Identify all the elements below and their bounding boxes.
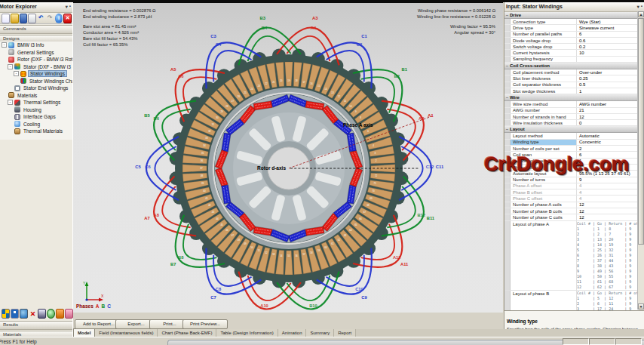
property-row[interactable]: Number of strands in hand12: [504, 114, 639, 120]
save-icon[interactable]: [20, 14, 28, 23]
results-grid-icon[interactable]: [2, 309, 10, 319]
collapse-icon[interactable]: −: [504, 127, 510, 131]
collapse-icon[interactable]: −: [504, 63, 510, 68]
property-value[interactable]: 9: [577, 177, 639, 182]
expand-collapse-icon[interactable]: -: [8, 64, 13, 69]
tree-item[interactable]: Housing: [0, 106, 72, 114]
property-row[interactable]: Coil separator thickness0.5: [504, 82, 639, 88]
print-preview-button[interactable]: Print Preview...: [182, 319, 228, 329]
property-value[interactable]: 2: [577, 146, 639, 151]
box-pink-icon[interactable]: [65, 309, 73, 319]
commands-bar[interactable]: Commands: [0, 25, 72, 34]
tree-item[interactable]: -Stator (DXF - BMW i3 Stator Tooth): [0, 63, 72, 71]
expand-collapse-icon[interactable]: -: [2, 42, 7, 48]
property-value[interactable]: 12: [577, 202, 639, 207]
property-row[interactable]: Connection typeWye (Star): [504, 19, 639, 25]
pin-icon[interactable]: ▪: [69, 4, 71, 12]
delete-icon[interactable]: ✕: [29, 309, 37, 319]
collapse-icon[interactable]: −: [504, 95, 510, 100]
model-viewport[interactable]: 1234567891011121314151617181920212223242…: [73, 0, 503, 313]
tree-item[interactable]: General Settings: [0, 49, 72, 57]
property-value[interactable]: Over-under: [577, 70, 639, 75]
scrollbar-thumb[interactable]: [638, 18, 644, 245]
property-value[interactable]: 0.2: [577, 45, 639, 49]
close-icon[interactable]: ✕: [63, 14, 72, 23]
tree-item[interactable]: Stator Windings Charts: [0, 78, 72, 85]
tree-item[interactable]: Materials: [0, 92, 72, 100]
motor-explorer-titlebar[interactable]: Motor Explorer ▾ ▪: [0, 2, 72, 13]
property-value[interactable]: 1: [577, 89, 639, 94]
property-row[interactable]: Phase B offset4: [504, 189, 639, 196]
layout-table[interactable]: Layout of phase BCoil # | Go | Return | …: [504, 291, 639, 310]
property-row[interactable]: Slot wedge thickness1: [504, 88, 639, 94]
section-header-drive[interactable]: −Drive: [504, 12, 639, 19]
gear-green-icon[interactable]: [47, 309, 55, 319]
results-bar[interactable]: Results: [0, 321, 72, 330]
property-value[interactable]: Concentric: [577, 140, 639, 144]
tree-item[interactable]: Interface Gaps: [0, 113, 72, 121]
new-icon[interactable]: [2, 14, 10, 23]
property-value[interactable]: Sinewave current: [577, 26, 639, 30]
undo-icon[interactable]: ↶: [37, 14, 45, 23]
tab-chart[interactable]: Chart (Phase Back-EMF): [158, 329, 216, 337]
open-icon[interactable]: [11, 14, 19, 23]
property-value[interactable]: 21: [577, 108, 639, 112]
tab-summary[interactable]: Summary: [306, 329, 334, 337]
section-header-coil-cross-section[interactable]: −Coil Cross-section: [504, 63, 639, 69]
tree-item[interactable]: Rotor (DXF - BMW i3 Rotor Pole): [0, 56, 72, 63]
property-row[interactable]: Number of phase C coils12: [504, 214, 639, 220]
tree-item[interactable]: -Thermal Settings: [0, 99, 72, 106]
property-value[interactable]: 10: [577, 51, 639, 55]
box-orange-icon[interactable]: [56, 309, 64, 319]
monitor-icon[interactable]: [38, 309, 46, 319]
tree-item[interactable]: Thermal Materials: [0, 128, 72, 135]
property-value[interactable]: 0.25: [577, 76, 639, 81]
expand-collapse-icon[interactable]: -: [8, 100, 13, 105]
property-row[interactable]: Switch voltage drop0.2: [504, 44, 639, 50]
property-value[interactable]: 12: [577, 215, 639, 220]
property-row[interactable]: AWG number21: [504, 108, 639, 114]
property-row[interactable]: Coil placement methodOver-under: [504, 69, 639, 75]
property-row[interactable]: Wire size methodAWG number: [504, 101, 639, 107]
tab-table[interactable]: Table (Design Information): [216, 329, 278, 337]
info-icon[interactable]: i: [55, 14, 63, 23]
property-value[interactable]: 0.6: [577, 39, 639, 43]
property-value[interactable]: 4: [577, 196, 639, 201]
property-row[interactable]: Diode voltage drop0.6: [504, 38, 639, 44]
menu-down-icon[interactable]: ▾: [66, 4, 68, 12]
property-row[interactable]: Number of turns9: [504, 177, 639, 183]
user-icon[interactable]: [11, 309, 19, 319]
tab-report[interactable]: Report: [334, 329, 356, 337]
property-row[interactable]: Number of phase B coils12: [504, 208, 639, 214]
tree-item[interactable]: -BMW i3 Info: [0, 42, 72, 49]
property-row[interactable]: Phase A offset4: [504, 183, 639, 189]
property-row[interactable]: Slot liner thickness0.25: [504, 75, 639, 82]
property-value[interactable]: AWG number: [577, 102, 639, 106]
property-row[interactable]: Layout methodAutomatic: [504, 133, 639, 139]
property-row[interactable]: Number of parallel paths6: [504, 32, 639, 38]
scroll-down-icon[interactable]: ▼: [638, 303, 644, 310]
tree-item[interactable]: Stator End Windings: [0, 85, 72, 92]
property-value[interactable]: 12: [577, 209, 639, 214]
collapse-icon[interactable]: −: [504, 13, 510, 17]
property-value[interactable]: Automatic: [577, 134, 639, 138]
property-grid-scrollbar[interactable]: ▲ ▼: [637, 11, 644, 310]
globe-gear-icon[interactable]: [20, 309, 28, 319]
property-value[interactable]: 0.5: [577, 82, 639, 87]
property-row[interactable]: Wire insulation thickness0: [504, 120, 639, 126]
section-header-wire[interactable]: −Wire: [504, 94, 639, 101]
expand-collapse-icon[interactable]: -: [14, 71, 19, 76]
property-row[interactable]: Winding typeConcentric: [504, 140, 639, 146]
tree-item[interactable]: -Stator Windings: [0, 70, 72, 78]
layout-table[interactable]: Layout of phase ACoil # | Go | Return | …: [504, 221, 639, 291]
property-row[interactable]: Current hysteresis10: [504, 50, 639, 56]
property-value[interactable]: 6: [577, 32, 639, 36]
print-preview-icon[interactable]: [28, 14, 36, 23]
property-value[interactable]: 12: [577, 115, 639, 119]
property-row[interactable]: Sampling frequency: [504, 57, 639, 63]
property-row[interactable]: Number of phase A coils12: [504, 202, 639, 208]
property-value[interactable]: Wye (Star): [577, 20, 639, 24]
property-value[interactable]: 4: [577, 183, 639, 188]
tree-item[interactable]: Cooling: [0, 121, 72, 128]
redo-icon[interactable]: ↷: [46, 14, 54, 23]
